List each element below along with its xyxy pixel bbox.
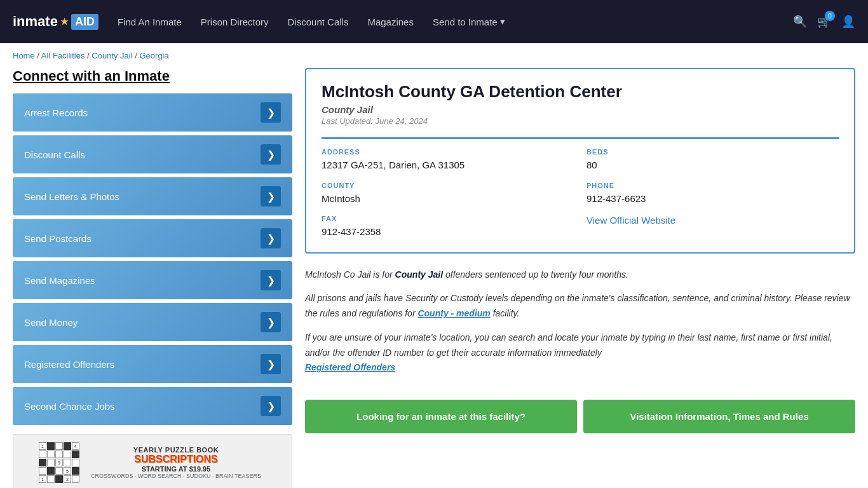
find-inmate-button[interactable]: Looking for an inmate at this facility? xyxy=(305,400,577,433)
sidebar-item-second-chance-jobs[interactable]: Second Chance Jobs ❯ xyxy=(13,387,292,425)
phone-value: 912-437-6623 xyxy=(587,192,839,207)
sidebar-arrow-icon: ❯ xyxy=(261,396,281,416)
logo-text: inmate xyxy=(13,13,58,30)
logo-star-icon: ★ xyxy=(60,17,69,27)
fax-value: 912-437-2358 xyxy=(322,225,574,240)
address-label: ADDRESS xyxy=(322,148,574,156)
logo[interactable]: inmate★AID xyxy=(13,13,98,30)
registered-offenders-link[interactable]: Registered Offenders xyxy=(305,362,395,372)
search-button[interactable]: 🔍 xyxy=(793,15,807,29)
puzzle-grid-icon: 1 4 9 xyxy=(39,442,79,483)
description-para1: McIntosh Co Jail is for County Jail offe… xyxy=(305,268,855,283)
description-section: McIntosh Co Jail is for County Jail offe… xyxy=(305,265,855,388)
breadcrumb: Home / All Facilities / County Jail / Ge… xyxy=(0,43,868,68)
sidebar-item-discount-calls[interactable]: Discount Calls ❯ xyxy=(13,135,292,173)
facility-info-grid: ADDRESS 12317 GA-251, Darien, GA 31305 B… xyxy=(322,137,839,240)
ad-description: CROSSWORDS · WORD SEARCH · SUDOKU · BRAI… xyxy=(91,473,261,479)
description-para2: All prisons and jails have Security or C… xyxy=(305,291,855,322)
ad-title: YEARLY PUZZLE BOOK xyxy=(91,446,261,454)
sidebar-item-send-postcards[interactable]: Send Postcards ❯ xyxy=(13,219,292,257)
facility-card: McIntosh County GA Detention Center Coun… xyxy=(305,68,855,254)
sidebar-arrow-icon: ❯ xyxy=(261,312,281,332)
breadcrumb-all-facilities[interactable]: All Facilities xyxy=(41,51,85,60)
nav-prison-directory[interactable]: Prison Directory xyxy=(201,17,269,27)
facility-name: McIntosh County GA Detention Center xyxy=(322,82,839,102)
beds-label: BEDS xyxy=(587,148,839,156)
breadcrumb-home[interactable]: Home xyxy=(13,51,35,60)
facility-updated: Last Updated: June 24, 2024 xyxy=(322,116,839,126)
beds-value: 80 xyxy=(587,158,839,173)
header-icons: 🔍 🛒 0 👤 xyxy=(793,15,855,29)
county-block: COUNTY McIntosh xyxy=(322,182,574,207)
ad-banner[interactable]: 1 4 9 xyxy=(13,434,292,488)
county-medium-link[interactable]: County - medium xyxy=(417,308,490,318)
sidebar-arrow-icon: ❯ xyxy=(261,228,281,248)
ad-text-content: YEARLY PUZZLE BOOK SUBSCRIPTIONS STARTIN… xyxy=(86,441,266,484)
sidebar-menu: Arrest Records ❯ Discount Calls ❯ Send L… xyxy=(13,93,292,425)
fax-label: FAX xyxy=(322,215,574,222)
main-nav: Find An Inmate Prison Directory Discount… xyxy=(118,16,774,27)
bottom-buttons: Looking for an inmate at this facility? … xyxy=(305,400,855,433)
address-value: 12317 GA-251, Darien, GA 31305 xyxy=(322,158,574,173)
sidebar: Connect with an Inmate Arrest Records ❯ … xyxy=(13,68,292,488)
cart-badge: 0 xyxy=(825,11,835,21)
sidebar-arrow-icon: ❯ xyxy=(261,144,281,165)
ad-subtitle: SUBSCRIPTIONS xyxy=(91,454,261,465)
nav-magazines[interactable]: Magazines xyxy=(367,17,414,27)
main-layout: Connect with an Inmate Arrest Records ❯ … xyxy=(0,68,868,488)
beds-block: BEDS 80 xyxy=(587,148,839,173)
sidebar-item-send-magazines[interactable]: Send Magazines ❯ xyxy=(13,261,292,299)
ad-price: STARTING AT $19.95 xyxy=(91,465,261,473)
nav-send-to-inmate[interactable]: Send to Inmate ▾ xyxy=(433,16,505,27)
nav-find-inmate[interactable]: Find An Inmate xyxy=(118,17,182,27)
website-block: View Official Website xyxy=(587,215,839,240)
facility-type: County Jail xyxy=(322,104,839,115)
sidebar-title: Connect with an Inmate xyxy=(13,68,292,85)
sidebar-arrow-icon: ❯ xyxy=(261,354,281,374)
sidebar-item-registered-offenders[interactable]: Registered Offenders ❯ xyxy=(13,345,292,383)
header: inmate★AID Find An Inmate Prison Directo… xyxy=(0,0,868,43)
main-content: McIntosh County GA Detention Center Coun… xyxy=(305,68,855,488)
sidebar-item-send-money[interactable]: Send Money ❯ xyxy=(13,303,292,341)
sidebar-arrow-icon: ❯ xyxy=(261,102,281,123)
nav-discount-calls[interactable]: Discount Calls xyxy=(288,17,349,27)
phone-label: PHONE xyxy=(587,182,839,189)
sidebar-arrow-icon: ❯ xyxy=(261,270,281,290)
sidebar-item-send-letters[interactable]: Send Letters & Photos ❯ xyxy=(13,177,292,215)
fax-block: FAX 912-437-2358 xyxy=(322,215,574,240)
phone-block: PHONE 912-437-6623 xyxy=(587,182,839,207)
sidebar-item-arrest-records[interactable]: Arrest Records ❯ xyxy=(13,93,292,132)
address-block: ADDRESS 12317 GA-251, Darien, GA 31305 xyxy=(322,148,574,173)
county-jail-link[interactable]: County Jail xyxy=(395,269,443,280)
county-label: COUNTY xyxy=(322,182,574,189)
breadcrumb-state[interactable]: Georgia xyxy=(139,51,168,60)
sidebar-arrow-icon: ❯ xyxy=(261,186,281,207)
logo-aid-text: AID xyxy=(71,14,98,30)
user-button[interactable]: 👤 xyxy=(841,15,855,29)
visitation-info-button[interactable]: Visitation Information, Times and Rules xyxy=(583,400,855,433)
view-official-website-link[interactable]: View Official Website xyxy=(587,215,675,226)
description-para3: If you are unsure of your inmate's locat… xyxy=(305,330,855,376)
breadcrumb-county-jail[interactable]: County Jail xyxy=(92,51,132,60)
county-value: McIntosh xyxy=(322,192,574,207)
cart-button[interactable]: 🛒 0 xyxy=(817,15,831,29)
